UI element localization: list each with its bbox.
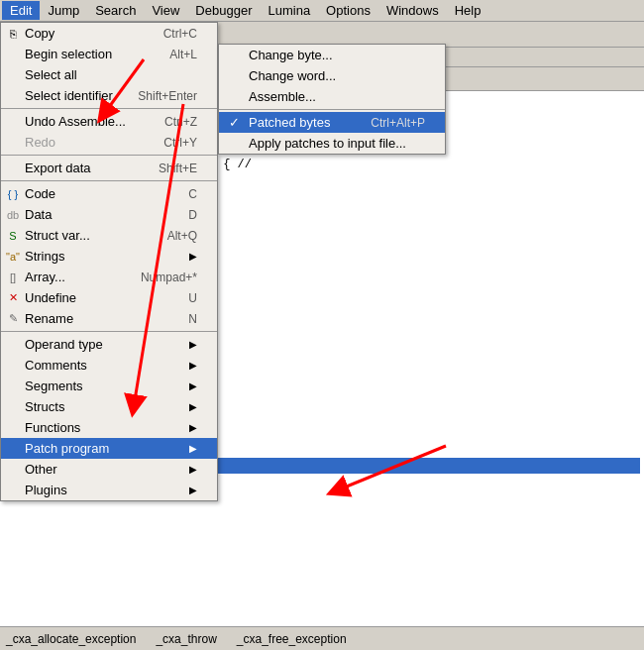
menu-struct-var-label: Struct var... <box>25 228 90 243</box>
menu-export-data-label: Export data <box>25 161 91 175</box>
functions-arrow: ▶ <box>189 422 197 433</box>
menu-copy-label: Copy <box>25 26 54 41</box>
menubar-view[interactable]: View <box>144 1 187 20</box>
menu-plugins[interactable]: Plugins ▶ <box>1 480 217 500</box>
menu-begin-selection[interactable]: Begin selection Alt+L <box>1 44 217 64</box>
menubar-jump[interactable]: Jump <box>40 1 87 20</box>
menu-select-all[interactable]: Select all <box>1 64 217 85</box>
menubar-help[interactable]: Help <box>447 1 489 20</box>
rename-icon: ✎ <box>5 311 21 327</box>
menu-copy[interactable]: ⎘ Copy Ctrl+C <box>1 23 217 44</box>
menu-sep2 <box>1 155 217 156</box>
menubar-options[interactable]: Options <box>318 1 378 20</box>
menu-strings[interactable]: "a" Strings ▶ <box>1 246 217 267</box>
struct-icon: S <box>5 228 21 244</box>
menubar-debugger[interactable]: Debugger <box>187 1 260 20</box>
menu-functions[interactable]: Functions ▶ <box>1 417 217 438</box>
menu-structs[interactable]: Structs ▶ <box>1 396 217 417</box>
menu-undefine-shortcut: U <box>188 291 197 305</box>
submenu-patched-bytes-shortcut: Ctrl+Alt+P <box>371 116 425 130</box>
menu-code[interactable]: { } Code C <box>1 183 217 204</box>
menu-rename-label: Rename <box>25 311 73 326</box>
menubar-lumina[interactable]: Lumina <box>260 1 318 20</box>
bottom-bar: _cxa_allocate_exception _cxa_throw _cxa_… <box>0 626 644 650</box>
menu-array[interactable]: [] Array... Numpad+* <box>1 267 217 287</box>
submenu-change-byte[interactable]: Change byte... <box>219 45 445 65</box>
menubar-search[interactable]: Search <box>87 1 144 20</box>
submenu-patched-bytes[interactable]: ✓ Patched bytes Ctrl+Alt+P <box>219 112 445 133</box>
menu-select-identifier-label: Select identifier <box>25 88 113 103</box>
copy-icon: ⎘ <box>5 26 21 42</box>
plugins-arrow: ▶ <box>189 485 197 495</box>
menu-data-shortcut: D <box>188 208 197 222</box>
menu-begin-selection-shortcut: Alt+L <box>169 48 197 61</box>
submenu-change-word[interactable]: Change word... <box>219 65 445 86</box>
submenu-change-word-label: Change word... <box>249 68 336 83</box>
menu-redo[interactable]: Redo Ctrl+Y <box>1 132 217 153</box>
menu-code-shortcut: C <box>188 187 197 201</box>
menu-other[interactable]: Other ▶ <box>1 459 217 480</box>
strings-arrow: ▶ <box>189 251 197 262</box>
submenu-patched-bytes-label: Patched bytes <box>249 115 330 130</box>
submenu-sep1 <box>219 109 445 110</box>
menu-struct-shortcut: Alt+Q <box>167 229 197 243</box>
edit-menu: ⎘ Copy Ctrl+C Begin selection Alt+L Sele… <box>0 22 218 501</box>
menu-copy-shortcut: Ctrl+C <box>163 27 197 41</box>
menu-undefine[interactable]: ✕ Undefine U <box>1 287 217 308</box>
menu-rename[interactable]: ✎ Rename N <box>1 308 217 329</box>
menu-comments[interactable]: Comments ▶ <box>1 355 217 376</box>
menu-plugins-label: Plugins <box>25 483 67 497</box>
menu-export-shortcut: Shift+E <box>159 162 197 175</box>
menubar-windows[interactable]: Windows <box>378 1 447 20</box>
menu-operand-type-label: Operand type <box>25 337 103 352</box>
menu-undo-assemble-label: Undo Assemble... <box>25 114 126 129</box>
menu-data[interactable]: db Data D <box>1 204 217 225</box>
submenu-change-byte-label: Change byte... <box>249 48 333 62</box>
menu-code-label: Code <box>25 186 55 201</box>
menubar: Edit Jump Search View Debugger Lumina Op… <box>0 0 644 22</box>
menu-undefine-label: Undefine <box>25 290 76 305</box>
patch-arrow: ▶ <box>189 443 197 454</box>
submenu-apply-patches-label: Apply patches to input file... <box>249 136 406 151</box>
code-icon: { } <box>5 186 21 202</box>
other-arrow: ▶ <box>189 464 197 475</box>
submenu-apply-patches[interactable]: Apply patches to input file... <box>219 133 445 154</box>
menu-data-label: Data <box>25 207 52 222</box>
bottom-item-1: _cxa_allocate_exception <box>6 632 136 646</box>
menu-segments[interactable]: Segments ▶ <box>1 376 217 396</box>
submenu-assemble[interactable]: Assemble... <box>219 86 445 107</box>
menu-array-shortcut: Numpad+* <box>141 271 197 284</box>
menu-redo-shortcut: Ctrl+Y <box>163 136 197 150</box>
patch-submenu: Change byte... Change word... Assemble..… <box>218 44 446 155</box>
menu-structs-label: Structs <box>25 399 64 414</box>
menu-comments-label: Comments <box>25 358 87 373</box>
menu-redo-label: Redo <box>25 135 55 150</box>
menu-struct-var[interactable]: S Struct var... Alt+Q <box>1 225 217 246</box>
strings-icon: "a" <box>5 249 21 265</box>
menu-patch-program-label: Patch program <box>25 441 109 456</box>
submenu-assemble-label: Assemble... <box>249 89 316 104</box>
comments-arrow: ▶ <box>189 360 197 371</box>
menu-sep4 <box>1 331 217 332</box>
operand-arrow: ▶ <box>189 339 197 350</box>
menu-other-label: Other <box>25 462 57 477</box>
bottom-item-3: _cxa_free_exception <box>237 632 347 646</box>
menu-rename-shortcut: N <box>188 312 197 326</box>
data-icon: db <box>5 207 21 223</box>
undefine-icon: ✕ <box>5 290 21 306</box>
menu-undo-assemble[interactable]: Undo Assemble... Ctrl+Z <box>1 111 217 132</box>
menu-sep1 <box>1 108 217 109</box>
checked-icon: ✓ <box>229 115 240 130</box>
menu-segments-label: Segments <box>25 379 83 393</box>
bottom-item-2: _cxa_throw <box>156 632 216 646</box>
menu-sep3 <box>1 180 217 181</box>
menu-strings-label: Strings <box>25 249 64 264</box>
menu-patch-program[interactable]: Patch program ▶ <box>1 438 217 459</box>
menu-undo-shortcut: Ctrl+Z <box>164 115 197 129</box>
array-icon: [] <box>5 270 21 285</box>
menu-export-data[interactable]: Export data Shift+E <box>1 158 217 178</box>
menubar-edit[interactable]: Edit <box>2 1 40 20</box>
menu-array-label: Array... <box>25 270 65 284</box>
menu-select-identifier[interactable]: Select identifier Shift+Enter <box>1 85 217 106</box>
menu-operand-type[interactable]: Operand type ▶ <box>1 334 217 355</box>
